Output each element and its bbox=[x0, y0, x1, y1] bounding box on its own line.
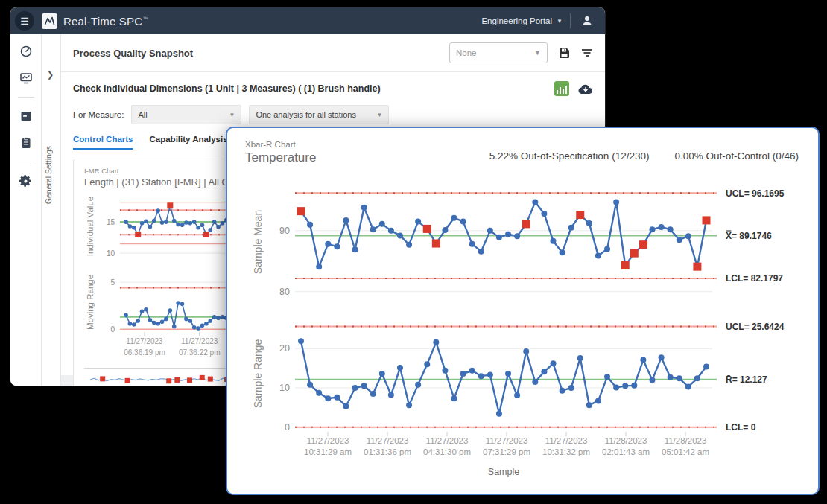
user-account-icon[interactable] bbox=[578, 12, 596, 30]
svg-text:10: 10 bbox=[279, 383, 290, 393]
out-of-control-stat: 0.00% Out-of-Control (0/46) bbox=[674, 150, 799, 162]
out-of-specification-stat: 5.22% Out-of-Specification (12/230) bbox=[489, 150, 650, 162]
svg-text:11/28/2023: 11/28/2023 bbox=[605, 436, 647, 445]
svg-text:LCL= 82.1797: LCL= 82.1797 bbox=[726, 273, 783, 284]
svg-text:11/27/2023: 11/27/2023 bbox=[545, 436, 588, 445]
svg-text:05:01:42 am: 05:01:42 am bbox=[662, 447, 709, 456]
svg-text:11/27/2023: 11/27/2023 bbox=[367, 436, 409, 445]
measure-dropdown[interactable]: All ▼ bbox=[131, 105, 241, 124]
page-header: Process Quality Snapshot None ▼ bbox=[61, 34, 605, 72]
svg-text:06:36:19 pm: 06:36:19 pm bbox=[124, 348, 165, 357]
svg-text:X̿= 89.1746: X̿= 89.1746 bbox=[726, 230, 772, 241]
svg-text:5: 5 bbox=[110, 278, 115, 287]
measure-dropdown-value: All bbox=[138, 110, 147, 119]
portal-selector-label: Engineering Portal bbox=[481, 16, 552, 25]
trademark-mark: ™ bbox=[142, 16, 148, 22]
svg-text:10: 10 bbox=[107, 249, 115, 258]
page-title: Process Quality Snapshot bbox=[73, 48, 193, 59]
svg-text:90: 90 bbox=[279, 226, 290, 236]
svg-text:11/27/2023: 11/27/2023 bbox=[307, 436, 349, 445]
svg-text:0: 0 bbox=[285, 422, 290, 433]
svg-text:11/27/2023: 11/27/2023 bbox=[181, 337, 218, 345]
topbar-divider bbox=[570, 13, 571, 28]
sidebar-divider bbox=[18, 162, 34, 162]
hamburger-menu-icon[interactable]: ☰ bbox=[15, 11, 34, 31]
left-icon-sidebar bbox=[10, 34, 42, 386]
svg-text:15: 15 bbox=[107, 218, 115, 226]
svg-text:04:31:30 pm: 04:31:30 pm bbox=[423, 447, 471, 456]
svg-text:UCL= 25.6424: UCL= 25.6424 bbox=[726, 322, 785, 332]
chevron-down-icon: ▼ bbox=[557, 18, 563, 25]
svg-text:11/28/2023: 11/28/2023 bbox=[665, 436, 707, 445]
svg-text:10:31:32 pm: 10:31:32 pm bbox=[542, 447, 590, 456]
xbar-r-chart-header: Xbar-R Chart Temperature 5.22% Out-of-Sp… bbox=[227, 128, 818, 174]
svg-text:UCL= 96.1695: UCL= 96.1695 bbox=[726, 188, 785, 199]
chevron-down-icon: ▼ bbox=[221, 112, 235, 118]
svg-text:02:01:43 am: 02:01:43 am bbox=[602, 447, 650, 456]
settings-gear-icon[interactable] bbox=[18, 173, 34, 189]
expand-chevron-icon[interactable]: ❯ bbox=[47, 70, 54, 80]
xbar-r-chart-window: Xbar-R Chart Temperature 5.22% Out-of-Sp… bbox=[226, 127, 820, 495]
svg-text:Moving Range: Moving Range bbox=[86, 275, 95, 330]
portal-selector[interactable]: Engineering Portal ▼ bbox=[481, 16, 563, 25]
analysis-mode-dropdown[interactable]: One analysis for all stations ▼ bbox=[249, 105, 389, 124]
general-settings-collapsed-panel: ❯ General Settings bbox=[42, 34, 61, 386]
chevron-down-icon: ▼ bbox=[534, 49, 541, 57]
tab-capability-analysis[interactable]: Capability Analysis bbox=[150, 135, 228, 150]
svg-text:Sample: Sample bbox=[488, 467, 519, 477]
svg-text:0: 0 bbox=[110, 325, 115, 334]
xbar-r-control-chart: 8090Sample MeanUCL= 96.1695X̿= 89.1746LC… bbox=[232, 174, 817, 485]
svg-text:07:36:22 pm: 07:36:22 pm bbox=[179, 348, 221, 357]
app-title: Real-Time SPC™ bbox=[63, 15, 148, 28]
analysis-panel-title: Check Individual Dimensions (1 Unit | 3 … bbox=[73, 83, 381, 94]
save-icon[interactable] bbox=[558, 47, 571, 60]
dashboard-gauge-icon[interactable] bbox=[18, 43, 34, 60]
screenshot-canvas: ☰ Real-Time SPC™ Engineering Portal ▼ bbox=[0, 0, 827, 504]
svg-text:R̄= 12.127: R̄= 12.127 bbox=[726, 374, 767, 385]
svg-text:Sample Mean: Sample Mean bbox=[252, 210, 264, 274]
archive-box-icon[interactable] bbox=[18, 108, 34, 124]
for-measure-label: For Measure: bbox=[73, 110, 124, 119]
brand-chart-logo-icon bbox=[42, 13, 57, 29]
chevron-down-icon: ▼ bbox=[369, 112, 382, 118]
top-navigation-bar: ☰ Real-Time SPC™ Engineering Portal ▼ bbox=[10, 7, 605, 34]
svg-text:10:31:29 am: 10:31:29 am bbox=[304, 447, 352, 456]
svg-text:LCL= 0: LCL= 0 bbox=[726, 422, 756, 433]
filter-icon[interactable] bbox=[581, 48, 593, 58]
tab-control-charts[interactable]: Control Charts bbox=[73, 135, 133, 150]
svg-text:11/27/2023: 11/27/2023 bbox=[486, 436, 528, 445]
svg-text:11/27/2023: 11/27/2023 bbox=[126, 337, 163, 345]
cloud-download-icon[interactable] bbox=[578, 83, 593, 95]
xbar-r-chart-kicker: Xbar-R Chart bbox=[245, 140, 818, 149]
svg-text:Sample Range: Sample Range bbox=[252, 339, 264, 408]
svg-text:Individual Value: Individual Value bbox=[86, 197, 95, 256]
analysis-mode-dropdown-value: One analysis for all stations bbox=[256, 110, 356, 119]
svg-text:11/27/2023: 11/27/2023 bbox=[426, 436, 469, 445]
histogram-icon[interactable] bbox=[554, 81, 569, 96]
general-settings-label: General Settings bbox=[44, 146, 53, 204]
svg-text:80: 80 bbox=[279, 287, 290, 297]
monitor-chart-icon[interactable] bbox=[18, 70, 34, 86]
svg-text:01:31:36 pm: 01:31:36 pm bbox=[364, 447, 411, 456]
sidebar-divider bbox=[18, 97, 34, 98]
clipboard-icon[interactable] bbox=[18, 135, 34, 151]
svg-text:20: 20 bbox=[279, 343, 290, 354]
preset-dropdown-value: None bbox=[456, 48, 477, 57]
svg-text:07:31:29 pm: 07:31:29 pm bbox=[483, 447, 530, 456]
preset-dropdown[interactable]: None ▼ bbox=[449, 42, 548, 63]
